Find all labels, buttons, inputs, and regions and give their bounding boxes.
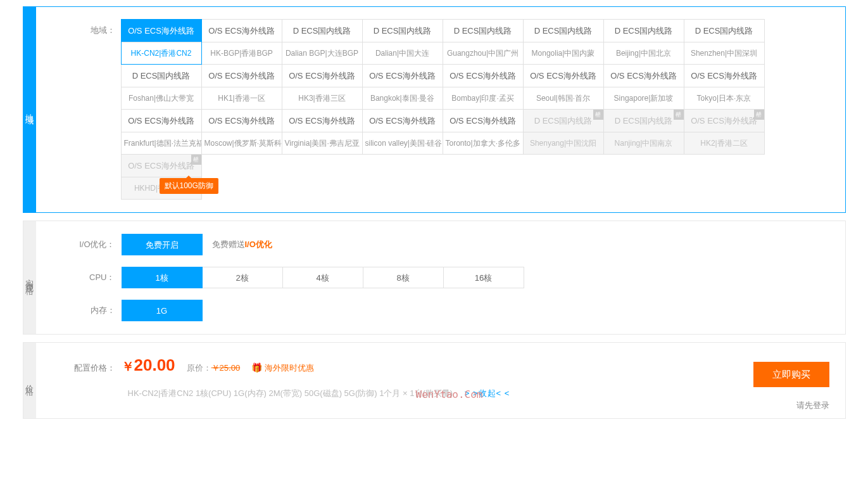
price-label: 配置价格：	[52, 362, 122, 374]
region-location: Shenyang|中国沈阳	[524, 132, 603, 154]
region-option[interactable]: O/S ECS海外线路Toronto|加拿大·多伦多	[443, 109, 524, 155]
region-option[interactable]: O/S ECS海外线路Bombay|印度·孟买	[443, 64, 524, 110]
price-amount: ￥20.00	[122, 355, 175, 375]
region-option: D ECS国内线路Nanjing|中国南京罄	[603, 109, 684, 155]
region-line-type: O/S ECS海外线路	[604, 65, 684, 87]
orig-price-label: 原价：	[187, 362, 211, 374]
region-location: Bangkok|泰国·曼谷	[363, 87, 443, 109]
region-line-type: O/S ECS海外线路	[524, 65, 603, 87]
region-option[interactable]: O/S ECS海外线路Frankfurt|德国·法兰克福	[121, 109, 202, 155]
memory-label: 内存：	[52, 300, 122, 316]
gift-icon: 🎁	[251, 362, 262, 373]
region-line-type: O/S ECS海外线路	[202, 20, 282, 42]
region-location: Beijing|中国北京	[604, 42, 684, 64]
region-line-type: D ECS国内线路	[684, 20, 764, 42]
soldout-badge: 罄	[191, 155, 201, 165]
region-location: Moscow|俄罗斯·莫斯科	[202, 132, 282, 154]
io-label: I/O优化：	[52, 234, 122, 250]
region-line-type: D ECS国内线路	[604, 110, 684, 132]
region-option[interactable]: D ECS国内线路Shenzhen|中国深圳	[684, 19, 765, 65]
region-line-type: O/S ECS海外线路	[363, 110, 443, 132]
region-line-type: O/S ECS海外线路	[363, 65, 443, 87]
region-location: Guangzhou|中国广州	[443, 42, 523, 64]
config-summary: HK-CN2|香港CN2 1核(CPU) 1G(内存) 2M(带宽) 50G(磁…	[52, 388, 829, 399]
region-option[interactable]: D ECS国内线路Foshan|佛山大带宽	[121, 64, 202, 110]
region-option[interactable]: O/S ECS海外线路Seoul|韩国·首尔	[523, 64, 604, 110]
region-line-type: O/S ECS海外线路	[684, 110, 764, 132]
region-location: Virginia|美国·弗吉尼亚	[282, 132, 362, 154]
region-location: Foshan|佛山大带宽	[122, 87, 201, 109]
region-line-type: O/S ECS海外线路	[122, 110, 201, 132]
region-line-type: O/S ECS海外线路	[202, 65, 282, 87]
region-location: Frankfurt|德国·法兰克福	[122, 132, 201, 154]
region-option[interactable]: D ECS国内线路Dalian BGP|大连BGP	[282, 19, 363, 65]
cpu-option[interactable]: 4核	[282, 267, 363, 288]
region-option[interactable]: O/S ECS海外线路HK3|香港三区	[282, 64, 363, 110]
section-tab-region: 地域	[23, 7, 36, 212]
region-location: Bombay|印度·孟买	[443, 87, 523, 109]
region-option[interactable]: D ECS国内线路Guangzhou|中国广州	[443, 19, 524, 65]
login-hint[interactable]: 请先登录	[753, 400, 829, 411]
region-option[interactable]: O/S ECS海外线路Moscow|俄罗斯·莫斯科	[201, 109, 282, 155]
collapse-toggle[interactable]: > >收起< <	[465, 388, 510, 398]
region-option[interactable]: O/S ECS海外线路HK1|香港一区	[201, 64, 282, 110]
region-line-type: D ECS国内线路	[363, 20, 443, 42]
memory-option[interactable]: 1G	[122, 300, 203, 321]
region-line-type: O/S ECS海外线路	[202, 110, 282, 132]
defense-tooltip: 默认100G防御	[160, 178, 218, 194]
cpu-option[interactable]: 2核	[202, 267, 283, 288]
cpu-option[interactable]: 8核	[363, 267, 444, 288]
region-option: D ECS国内线路Shenyang|中国沈阳罄	[523, 109, 604, 155]
region-option[interactable]: D ECS国内线路Mongolia|中国内蒙	[523, 19, 604, 65]
region-option: O/S ECS海外线路HK2|香港二区罄	[684, 109, 765, 155]
region-location: Dalian|中国大连	[363, 42, 443, 64]
cpu-option[interactable]: 1核	[122, 267, 203, 288]
io-enable-button[interactable]: 免费开启	[122, 234, 203, 255]
region-location: HK2|香港二区	[684, 132, 764, 154]
region-option[interactable]: D ECS国内线路Dalian|中国大连	[362, 19, 443, 65]
region-panel: 地域 地域： O/S ECS海外线路HK-CN2|香港CN2O/S ECS海外线…	[23, 6, 846, 213]
soldout-badge: 罄	[674, 110, 684, 120]
promo-text: 海外限时优惠	[265, 362, 314, 374]
buy-button[interactable]: 立即购买	[753, 362, 829, 387]
region-option[interactable]: O/S ECS海外线路HK-BGP|香港BGP	[201, 19, 282, 65]
region-location: HK-CN2|香港CN2	[122, 42, 201, 64]
region-location: Singapore|新加坡	[604, 87, 684, 109]
cpu-label: CPU：	[52, 267, 122, 283]
region-line-type: O/S ECS海外线路	[443, 110, 523, 132]
region-line-type: O/S ECS海外线路	[282, 110, 362, 132]
region-location: Seoul|韩国·首尔	[524, 87, 603, 109]
region-line-type: O/S ECS海外线路	[684, 65, 764, 87]
region-line-type: D ECS国内线路	[524, 20, 603, 42]
section-tab-spec: 实例规格	[23, 221, 36, 334]
memory-options: 1G	[122, 300, 829, 321]
region-option[interactable]: O/S ECS海外线路Virginia|美国·弗吉尼亚	[282, 109, 363, 155]
price-panel: 价格 配置价格： ￥20.00 原价： ￥25.00 🎁 海外限时优惠 HK-C…	[23, 342, 846, 419]
region-location: Nanjing|中国南京	[604, 132, 684, 154]
region-line-type: O/S ECS海外线路	[443, 65, 523, 87]
soldout-badge: 罄	[754, 110, 764, 120]
region-option[interactable]: O/S ECS海外线路silicon valley|美国·硅谷	[362, 109, 443, 155]
region-location: HK1|香港一区	[202, 87, 282, 109]
region-line-type: D ECS国内线路	[443, 20, 523, 42]
region-line-type: O/S ECS海外线路	[282, 65, 362, 87]
region-option[interactable]: O/S ECS海外线路HK-CN2|香港CN2	[121, 19, 202, 65]
region-line-type: O/S ECS海外线路	[122, 20, 201, 42]
region-option[interactable]: O/S ECS海外线路Bangkok|泰国·曼谷	[362, 64, 443, 110]
region-option[interactable]: O/S ECS海外线路Singapore|新加坡	[603, 64, 684, 110]
cpu-options: 1核2核4核8核16核	[122, 267, 829, 288]
section-tab-price: 价格	[23, 343, 36, 418]
io-note: 免费赠送I/O优化	[212, 239, 272, 250]
region-label: 地域：	[52, 20, 122, 36]
region-line-type: D ECS国内线路	[524, 110, 603, 132]
region-option[interactable]: D ECS国内线路Beijing|中国北京	[603, 19, 684, 65]
cpu-option[interactable]: 16核	[443, 267, 524, 288]
region-location: Toronto|加拿大·多伦多	[443, 132, 523, 154]
orig-price: ￥25.00	[211, 362, 241, 374]
region-location: HK3|香港三区	[282, 87, 362, 109]
region-line-type: O/S ECS海外线路	[122, 155, 201, 177]
region-location: silicon valley|美国·硅谷	[363, 132, 443, 154]
region-location: Dalian BGP|大连BGP	[282, 42, 362, 64]
region-option[interactable]: O/S ECS海外线路Tokyo|日本·东京	[684, 64, 765, 110]
spec-panel: 实例规格 I/O优化： 免费开启 免费赠送I/O优化 CPU： 1核2核4核8核…	[23, 221, 846, 335]
